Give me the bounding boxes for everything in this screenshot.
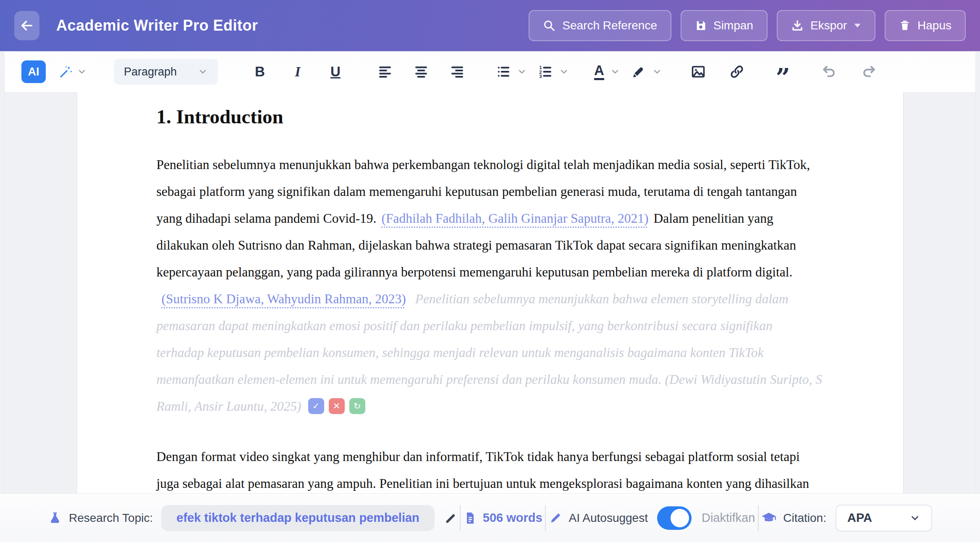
paragraph-1: Penelitian sebelumnya menunjukkan bahwa … bbox=[157, 151, 823, 420]
editor-card: AI Paragraph B I U bbox=[4, 51, 976, 493]
section-heading: 1. Introduction bbox=[157, 105, 823, 128]
align-left-button[interactable] bbox=[376, 60, 394, 83]
save-label: Simpan bbox=[713, 19, 753, 32]
research-topic-label: Research Topic: bbox=[69, 511, 153, 525]
citation-link-1[interactable]: (Fadhilah Fadhilah, Galih Ginanjar Saput… bbox=[382, 211, 649, 226]
highlighter-icon bbox=[631, 64, 646, 79]
quote-icon: ” bbox=[776, 73, 791, 83]
paragraph-style-value: Paragraph bbox=[124, 65, 177, 78]
chevron-down-icon bbox=[198, 67, 208, 77]
app-header: Academic Writer Pro Editor Search Refere… bbox=[0, 0, 980, 51]
paragraph-style-select[interactable]: Paragraph bbox=[114, 59, 218, 85]
search-reference-button[interactable]: Search Reference bbox=[529, 10, 671, 41]
ai-button[interactable]: AI bbox=[21, 60, 46, 83]
underline-button[interactable]: U bbox=[326, 60, 345, 83]
align-right-button[interactable] bbox=[448, 60, 466, 83]
delete-label: Hapus bbox=[917, 19, 951, 32]
citation-label: Citation: bbox=[783, 511, 826, 525]
insert-link-button[interactable] bbox=[728, 60, 746, 83]
divider bbox=[545, 505, 546, 531]
font-color-icon: A bbox=[594, 63, 604, 80]
paragraph-2: Dengan format video singkat yang menghib… bbox=[157, 443, 823, 493]
autosuggest-toggle[interactable] bbox=[657, 506, 692, 530]
numbered-list-button[interactable]: 123 bbox=[538, 64, 569, 79]
save-icon bbox=[695, 20, 707, 31]
toggle-knob bbox=[671, 509, 689, 527]
chevron-down-icon bbox=[909, 513, 920, 524]
export-button[interactable]: Ekspor bbox=[777, 10, 875, 41]
magic-wand-icon bbox=[58, 64, 73, 79]
chevron-down-icon bbox=[652, 67, 662, 77]
magic-wand-dropdown[interactable] bbox=[58, 64, 87, 79]
research-topic-value[interactable]: efek tiktok terhadap keputusan pembelian bbox=[161, 505, 435, 531]
italic-button[interactable]: I bbox=[288, 60, 307, 83]
document-page[interactable]: 1. Introduction Penelitian sebelumnya me… bbox=[77, 92, 904, 493]
chevron-down-icon bbox=[517, 67, 527, 77]
autosuggest-label: AI Autosuggest bbox=[569, 511, 648, 525]
citation-style-value: APA bbox=[847, 511, 872, 525]
flask-icon bbox=[48, 511, 62, 525]
arrow-left-icon bbox=[20, 18, 34, 33]
blockquote-button[interactable]: ” bbox=[774, 60, 792, 83]
citation-group: Citation: APA bbox=[761, 505, 932, 532]
font-color-button[interactable]: A bbox=[594, 63, 620, 80]
chevron-down-icon bbox=[77, 67, 87, 77]
insert-image-button[interactable] bbox=[689, 60, 707, 83]
back-button[interactable] bbox=[14, 11, 39, 40]
save-button[interactable]: Simpan bbox=[681, 10, 768, 41]
search-reference-label: Search Reference bbox=[562, 19, 657, 32]
export-label: Ekspor bbox=[810, 19, 847, 32]
divider bbox=[758, 505, 759, 531]
bullet-list-icon bbox=[496, 64, 511, 79]
autosuggest-status: Diaktifkan bbox=[702, 511, 755, 525]
download-icon bbox=[791, 19, 804, 32]
research-topic-group: Research Topic: efek tiktok terhadap kep… bbox=[48, 505, 457, 531]
edit-topic-button[interactable] bbox=[445, 512, 457, 524]
citation-link-2[interactable]: (Sutrisno K Djawa, Wahyudin Rahman, 2023… bbox=[162, 292, 406, 306]
paragraph-text: Dengan format video singkat yang menghib… bbox=[157, 449, 809, 491]
reject-suggestion-button[interactable]: ✕ bbox=[329, 398, 345, 414]
page-title: Academic Writer Pro Editor bbox=[56, 17, 258, 34]
bullet-list-button[interactable] bbox=[496, 64, 527, 79]
chevron-down-icon bbox=[559, 67, 569, 77]
accept-suggestion-button[interactable]: ✓ bbox=[308, 398, 324, 414]
align-center-button[interactable] bbox=[412, 60, 430, 83]
redo-button[interactable] bbox=[859, 60, 878, 83]
trash-icon bbox=[899, 20, 911, 31]
graduation-cap-icon bbox=[761, 511, 776, 526]
document-icon bbox=[464, 511, 477, 525]
suggestion-actions: ✓✕↻ bbox=[308, 398, 365, 414]
numbered-list-icon: 123 bbox=[538, 64, 553, 79]
bold-button[interactable]: B bbox=[251, 60, 269, 83]
svg-text:3: 3 bbox=[539, 74, 542, 79]
pen-icon bbox=[549, 511, 562, 525]
word-count-group: 506 words bbox=[464, 511, 542, 525]
citation-style-select[interactable]: APA bbox=[836, 505, 932, 532]
header-actions: Search Reference Simpan Ekspor Hapus bbox=[529, 10, 966, 41]
ai-suggestion-text: Penelitian sebelumnya menunjukkan bahwa … bbox=[157, 292, 823, 414]
divider bbox=[460, 505, 461, 531]
highlight-button[interactable] bbox=[631, 64, 662, 79]
search-icon bbox=[543, 19, 556, 32]
regenerate-suggestion-button[interactable]: ↻ bbox=[349, 398, 365, 414]
autosuggest-group: AI Autosuggest Diaktifkan bbox=[549, 506, 755, 530]
formatting-toolbar: AI Paragraph B I U bbox=[5, 52, 975, 92]
status-bar: Research Topic: efek tiktok terhadap kep… bbox=[0, 493, 980, 542]
chevron-down-icon bbox=[610, 67, 620, 77]
caret-down-icon bbox=[854, 23, 861, 28]
delete-button[interactable]: Hapus bbox=[885, 10, 966, 41]
word-count: 506 words bbox=[483, 511, 542, 525]
document-area: 1. Introduction Penelitian sebelumnya me… bbox=[5, 92, 975, 493]
undo-button[interactable] bbox=[820, 60, 839, 83]
